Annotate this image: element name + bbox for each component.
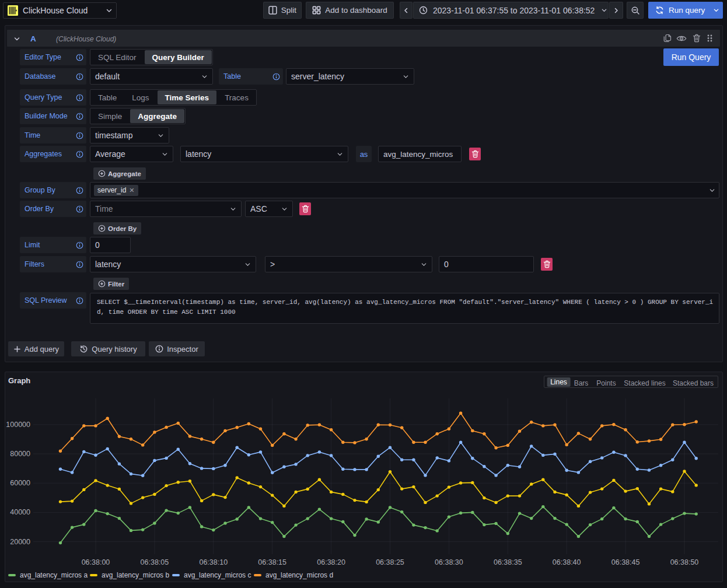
- svg-text:06:38:05: 06:38:05: [141, 558, 169, 566]
- svg-text:100000: 100000: [6, 421, 30, 429]
- svg-text:80000: 80000: [10, 450, 30, 458]
- svg-text:06:38:00: 06:38:00: [82, 558, 110, 566]
- svg-text:06:38:45: 06:38:45: [611, 558, 640, 566]
- svg-text:40000: 40000: [10, 508, 30, 516]
- svg-text:06:38:40: 06:38:40: [553, 558, 581, 566]
- svg-text:06:38:50: 06:38:50: [670, 558, 699, 566]
- svg-text:06:38:30: 06:38:30: [435, 558, 463, 566]
- svg-text:06:38:25: 06:38:25: [376, 558, 404, 566]
- svg-text:06:38:15: 06:38:15: [258, 558, 286, 566]
- svg-text:20000: 20000: [10, 538, 30, 546]
- svg-text:06:38:35: 06:38:35: [494, 558, 522, 566]
- svg-text:06:38:20: 06:38:20: [317, 558, 345, 566]
- svg-text:06:38:10: 06:38:10: [199, 558, 228, 566]
- svg-text:60000: 60000: [10, 479, 30, 487]
